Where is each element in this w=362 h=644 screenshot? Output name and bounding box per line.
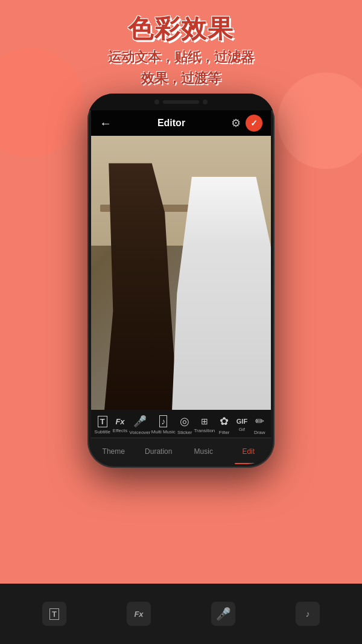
phone-top-bar [87, 94, 275, 110]
filter-label: Filter [219, 430, 230, 435]
phone-outer-shell: ← Editor ⚙ ✓ T [87, 94, 275, 468]
toolbar-sticker[interactable]: ◎ Sticker [176, 415, 193, 435]
voiceover-icon: 🎤 [133, 415, 147, 428]
settings-icon[interactable]: ⚙ [231, 116, 241, 130]
toolbar-multimusic[interactable]: ♪ Multi Music [151, 415, 176, 435]
subtitle-line2: 效果，过渡等 [6, 69, 356, 88]
bottom-strip-icon-2: Fx [127, 602, 151, 626]
subtitle-label: Subtitle [94, 429, 110, 435]
bottom-strip-item-1: T [42, 602, 66, 626]
tab-music-label: Music [194, 447, 213, 456]
phone-device: ← Editor ⚙ ✓ T [87, 94, 275, 468]
toolbar-draw[interactable]: ✏ Draw [251, 415, 268, 435]
toolbar-area: T Subtitle Fx Effects 🎤 Voiceover ♪ Mult… [91, 410, 271, 438]
toolbar-row: T Subtitle Fx Effects 🎤 Voiceover ♪ Mult… [91, 415, 271, 435]
front-sensor [203, 100, 208, 104]
header-section: 色彩效果 运动文本，贴纸，过滤器 效果，过渡等 [0, 6, 362, 94]
back-button[interactable]: ← [100, 116, 112, 130]
sticker-icon: ◎ [180, 415, 189, 428]
toolbar-subtitle[interactable]: T Subtitle [94, 416, 111, 435]
bottom-strip-item-2: Fx [127, 602, 151, 626]
draw-icon: ✏ [255, 415, 264, 428]
bs-icon-text-3: 🎤 [216, 607, 231, 621]
toolbar-effects[interactable]: Fx Effects [112, 417, 129, 433]
transition-icon: ⊞ [201, 416, 208, 426]
gif-label: Gif [239, 427, 245, 432]
phone-screen: ← Editor ⚙ ✓ T [91, 110, 271, 464]
bottom-strip-icon-4: ♪ [296, 602, 320, 626]
photo-area [91, 136, 271, 410]
gif-icon: GIF [237, 418, 247, 425]
voiceover-label: Voiceover [129, 430, 150, 435]
effects-icon: Fx [115, 417, 124, 426]
bottom-strip-icon-3: 🎤 [211, 602, 235, 626]
bottom-strip-icon-1: T [42, 602, 66, 626]
bottom-strip: T Fx 🎤 ♪ [0, 584, 362, 644]
draw-label: Draw [254, 430, 265, 435]
editor-title: Editor [157, 118, 185, 129]
tab-duration[interactable]: Duration [136, 438, 182, 464]
bs-icon-text-2: Fx [134, 610, 143, 619]
tab-edit-label: Edit [242, 447, 255, 456]
tab-theme-label: Theme [103, 447, 125, 456]
editor-header: ← Editor ⚙ ✓ [91, 110, 271, 136]
speaker-bar [163, 100, 199, 104]
bottom-tabs: Theme Duration Music Edit [91, 438, 271, 464]
transition-label: Transition [194, 428, 215, 433]
editor-icons: ⚙ ✓ [231, 115, 262, 132]
toolbar-filter[interactable]: ✿ Filter [216, 415, 233, 435]
effects-label: Effects [113, 428, 127, 433]
tab-active-indicator [235, 463, 262, 464]
bottom-strip-item-4: ♪ [296, 602, 320, 626]
multimusic-icon: ♪ [159, 415, 167, 427]
filter-icon: ✿ [220, 415, 229, 428]
toolbar-voiceover[interactable]: 🎤 Voiceover [129, 415, 150, 435]
tab-duration-label: Duration [145, 447, 172, 456]
subtitle-line1: 运动文本，贴纸，过滤器 [6, 48, 356, 67]
bs-icon-text-1: T [49, 608, 59, 620]
tab-edit[interactable]: Edit [226, 438, 272, 464]
confirm-button[interactable]: ✓ [246, 115, 262, 132]
camera-dot [154, 100, 159, 104]
subtitle-icon: T [98, 416, 107, 427]
toolbar-transition[interactable]: ⊞ Transition [194, 416, 215, 433]
multimusic-label: Multi Music [151, 429, 176, 435]
sticker-label: Sticker [177, 430, 192, 435]
bottom-strip-item-3: 🎤 [211, 602, 235, 626]
toolbar-gif[interactable]: GIF Gif [233, 418, 250, 432]
tab-theme[interactable]: Theme [91, 438, 136, 464]
photo-background [91, 136, 271, 410]
main-title: 色彩效果 [6, 12, 356, 46]
tab-music[interactable]: Music [181, 438, 226, 464]
bs-icon-text-4: ♪ [306, 609, 310, 619]
